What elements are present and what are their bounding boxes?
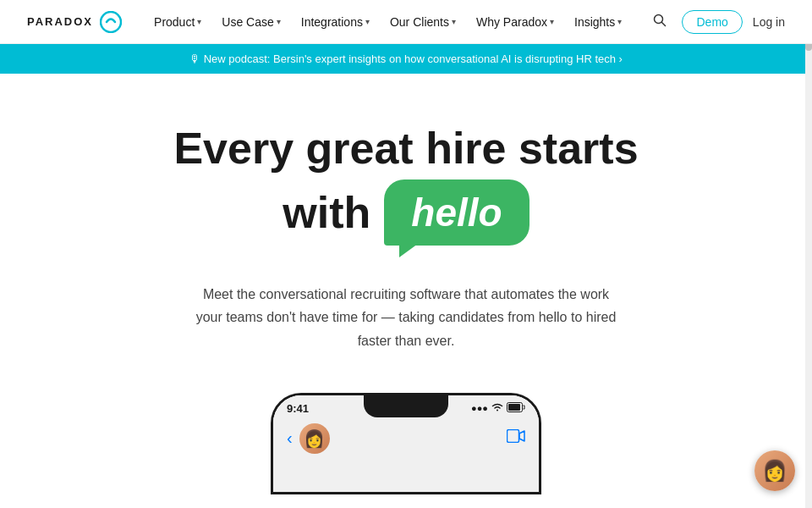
demo-button[interactable]: Demo [682,10,742,34]
chevron-down-icon: ▾ [550,17,554,26]
announcement-banner[interactable]: 🎙 New podcast: Bersin's expert insights … [0,44,812,74]
chevron-down-icon: ▾ [365,17,370,26]
phone-app-bar: ‹ 👩 [273,418,539,459]
battery-icon [507,402,525,414]
nav-item-usecase[interactable]: Use Case ▾ [213,10,288,34]
chat-avatar-image: 👩 [762,459,787,483]
avatar-emoji: 👩 [304,428,325,449]
back-arrow-icon[interactable]: ‹ [287,428,293,448]
search-button[interactable] [648,8,672,36]
hero-section: Every great hire starts with hello Meet … [0,74,812,494]
contact-avatar: 👩 [299,423,330,454]
signal-icon: ●●● [471,403,488,413]
nav-item-clients[interactable]: Our Clients ▾ [381,10,464,34]
chevron-down-icon: ▾ [277,17,281,26]
hero-headline-with: with [283,187,370,238]
wifi-icon [491,403,503,413]
hero-subtext: Meet the conversational recruiting softw… [195,283,617,352]
chevron-down-icon: ▾ [452,17,456,26]
svg-line-2 [662,22,666,25]
svg-rect-5 [508,430,519,443]
phone-time: 9:41 [287,402,309,415]
banner-text: 🎙 New podcast: Bersin's expert insights … [189,52,623,65]
chevron-down-icon: ▾ [617,17,622,26]
hello-bubble: hello [384,179,529,246]
nav-item-product[interactable]: Product ▾ [145,10,210,34]
nav-item-whyparadox[interactable]: Why Paradox ▾ [468,10,562,34]
video-call-icon[interactable] [507,429,525,447]
hero-headline-line1: Every great hire starts [173,124,638,173]
svg-point-0 [101,12,121,32]
nav-links: Product ▾ Use Case ▾ Integrations ▾ Our … [145,10,648,34]
chevron-down-icon: ▾ [197,17,201,26]
logo-link[interactable]: PARADOX [27,11,122,33]
login-button[interactable]: Log in [753,15,785,29]
phone-notch [364,395,448,417]
search-icon [653,14,667,27]
chat-widget-button[interactable]: 👩 [754,450,795,491]
hello-text: hello [411,190,502,235]
phone-signal-icons: ●●● [471,402,525,414]
navbar: PARADOX Product ▾ Use Case ▾ Integration… [0,0,812,44]
scrollbar-track[interactable] [805,0,812,494]
logo-icon [100,11,122,33]
phone-mockup: 9:41 ●●● [271,393,541,494]
nav-item-integrations[interactable]: Integrations ▾ [293,10,378,34]
phone-frame: 9:41 ●●● [271,393,541,494]
hero-headline-line2: with hello [283,179,529,246]
nav-actions: Demo Log in [648,8,785,36]
svg-rect-4 [508,404,520,411]
nav-item-insights[interactable]: Insights ▾ [566,10,630,34]
logo-text: PARADOX [27,15,93,28]
